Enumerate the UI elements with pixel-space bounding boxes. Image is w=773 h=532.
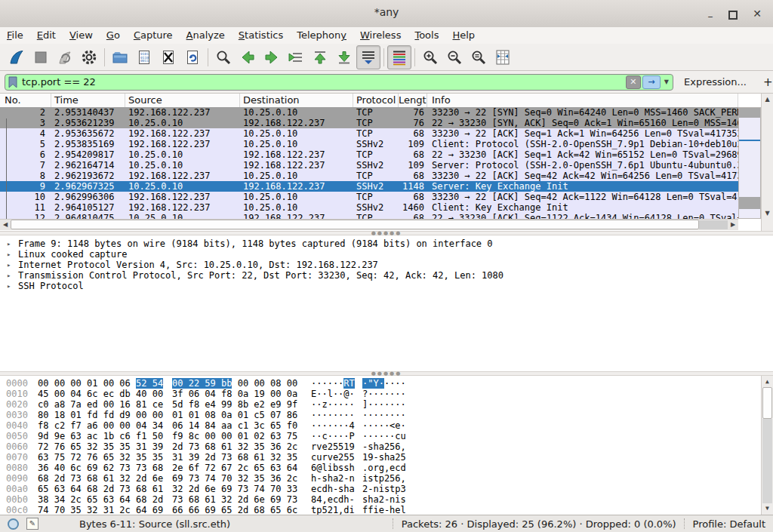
scroll-right-arrow[interactable]: ▶ <box>728 220 738 230</box>
auto-scroll-button[interactable] <box>356 45 380 69</box>
hex-row-0020[interactable]: 0020c0 a8 7a ed 00 16 81 ce5d f8 e4 99 8… <box>0 399 773 410</box>
column-header-info[interactable]: Info <box>427 94 738 107</box>
expert-info-icon[interactable] <box>8 518 19 530</box>
detail-line-0[interactable]: ▸Frame 9: 1148 bytes on wire (9184 bits)… <box>0 238 773 249</box>
hex-scroll-track[interactable] <box>762 419 772 503</box>
packet-row-8[interactable]: 82.962193672192.168.122.23710.25.0.10TCP… <box>0 171 738 181</box>
column-header-no[interactable]: No. <box>0 94 51 107</box>
hex-row-00a0[interactable]: 00a065 63 64 68 2d 73 68 6132 2d 6e 69 7… <box>0 484 773 494</box>
filter-clear-button[interactable]: ✕ <box>626 75 641 89</box>
go-back-button[interactable] <box>236 45 260 69</box>
save-file-button[interactable]: 010101100011 <box>132 45 156 69</box>
close-button[interactable]: ✕ <box>749 6 765 21</box>
horizontal-scroll-track[interactable] <box>699 220 728 229</box>
packet-row-6[interactable]: 62.95420981710.25.0.10192.168.122.237TCP… <box>0 149 738 160</box>
column-header-source[interactable]: Source <box>125 94 240 107</box>
open-file-button[interactable] <box>108 45 132 69</box>
expander-icon[interactable]: ▸ <box>7 281 11 291</box>
packet-row-10[interactable]: 102.962996306192.168.122.23710.25.0.10TC… <box>0 192 738 202</box>
filter-dropdown-caret[interactable]: ▼ <box>664 78 669 85</box>
display-filter-value[interactable]: tcp.port == 22 <box>22 76 626 88</box>
packet-row-11[interactable]: 112.964105127192.168.122.23710.25.0.10SS… <box>0 202 738 213</box>
detail-line-2[interactable]: ▸Internet Protocol Version 4, Src: 10.25… <box>0 260 773 270</box>
menu-item-edit[interactable]: Edit <box>30 27 63 44</box>
column-header-protocol[interactable]: Protocol <box>353 94 399 107</box>
hex-row-00c0[interactable]: 00c074 70 35 32 31 2c 64 6966 66 69 65 2… <box>0 505 773 515</box>
hex-row-0050[interactable]: 00509d 9e 63 ac 1b c6 f1 50f9 8c 00 00 0… <box>0 431 773 441</box>
hex-row-0090[interactable]: 009068 2d 73 68 61 32 2d 6e69 73 74 70 3… <box>0 473 773 484</box>
packet-row-5[interactable]: 52.953835169192.168.122.23710.25.0.10SSH… <box>0 139 738 149</box>
restart-capture-button[interactable] <box>53 45 77 69</box>
go-last-button[interactable] <box>332 45 356 69</box>
packet-row-12[interactable]: 122.96481047510.25.0.10192.168.122.237TC… <box>0 213 738 219</box>
hex-row-0030[interactable]: 003080 18 01 fd fd d9 00 0001 01 08 0a 0… <box>0 410 773 420</box>
go-to-packet-button[interactable] <box>284 45 308 69</box>
hex-vertical-scrollbar[interactable]: ▲ ▼ <box>761 376 773 515</box>
packet-list-vertical-scrollbar[interactable]: ▲ ▼ <box>761 94 773 231</box>
resize-columns-button[interactable] <box>491 45 515 69</box>
close-file-button[interactable] <box>156 45 180 69</box>
packet-row-3[interactable]: 32.95362123910.25.0.10192.168.122.237TCP… <box>0 118 738 128</box>
zoom-out-button[interactable] <box>442 45 467 69</box>
packet-list-horizontal-scrollbar[interactable]: ◀ ▶ <box>0 219 738 230</box>
menu-item-capture[interactable]: Capture <box>127 27 180 44</box>
hex-row-0040[interactable]: 0040f8 c2 f7 a6 00 00 04 3406 14 84 aa c… <box>0 420 773 431</box>
column-header-length[interactable]: Length <box>399 94 427 107</box>
menu-item-tools[interactable]: Tools <box>408 27 445 44</box>
expression-button[interactable]: Expression... <box>684 76 747 88</box>
scroll-down-arrow[interactable]: ▼ <box>762 503 773 514</box>
filter-apply-button[interactable]: → <box>642 75 661 89</box>
packet-row-9[interactable]: 92.96296732510.25.0.10192.168.122.237SSH… <box>0 181 738 192</box>
find-packet-button[interactable] <box>211 45 236 69</box>
menu-item-wireless[interactable]: Wireless <box>353 27 408 44</box>
hex-row-0070[interactable]: 007063 75 72 76 65 32 35 3531 39 2d 73 6… <box>0 452 773 463</box>
intelligent-scrollbar-minimap[interactable] <box>738 107 761 219</box>
hex-row-0010[interactable]: 001045 00 04 6c ec db 40 003f 06 04 f8 0… <box>0 389 773 399</box>
menu-item-go[interactable]: Go <box>100 27 127 44</box>
detail-line-1[interactable]: ▸Linux cooked capture <box>0 249 773 260</box>
scroll-up-arrow[interactable]: ▲ <box>762 377 773 387</box>
detail-line-3[interactable]: ▸Transmission Control Protocol, Src Port… <box>0 270 773 281</box>
stop-capture-button[interactable] <box>29 45 53 69</box>
reload-file-button[interactable] <box>180 45 205 69</box>
expander-icon[interactable]: ▸ <box>7 238 11 249</box>
hex-row-0080[interactable]: 008036 40 6c 69 62 73 73 682e 6f 72 67 2… <box>0 463 773 473</box>
title-bar[interactable]: *any – ✕ <box>0 0 773 28</box>
menu-item-view[interactable]: View <box>63 27 100 44</box>
colorize-button[interactable] <box>387 45 411 69</box>
hex-scroll-thumb[interactable] <box>762 387 772 419</box>
column-header-destination[interactable]: Destination <box>240 94 353 107</box>
menu-item-statistics[interactable]: Statistics <box>232 27 290 44</box>
detail-line-4[interactable]: ▸SSH Protocol <box>0 281 773 291</box>
packet-row-2[interactable]: 22.953140437192.168.122.23710.25.0.10TCP… <box>0 107 738 118</box>
expander-icon[interactable]: ▸ <box>7 260 11 270</box>
menu-item-telephony[interactable]: Telephony <box>290 27 353 44</box>
hex-row-0000[interactable]: 000000 00 00 01 00 06 52 5400 22 59 bb 0… <box>0 378 773 389</box>
menu-item-help[interactable]: Help <box>445 27 482 44</box>
minimize-button[interactable]: – <box>702 6 719 21</box>
maximize-button[interactable] <box>725 6 741 21</box>
go-forward-button[interactable] <box>260 45 284 69</box>
display-filter-input[interactable]: tcp.port == 22 ✕ → ▼ <box>5 74 673 91</box>
scroll-left-arrow[interactable]: ◀ <box>0 220 11 230</box>
status-profile[interactable]: Profile: Default <box>693 518 765 530</box>
zoom-in-button[interactable] <box>418 45 442 69</box>
capture-options-button[interactable] <box>77 45 101 69</box>
packet-row-4[interactable]: 42.953635672192.168.122.23710.25.0.10TCP… <box>0 128 738 139</box>
capture-comment-icon[interactable]: ✎ <box>26 518 38 530</box>
zoom-reset-button[interactable] <box>467 45 491 69</box>
bookmark-icon[interactable] <box>8 76 18 88</box>
menu-item-analyze[interactable]: Analyze <box>180 27 232 44</box>
expander-icon[interactable]: ▸ <box>7 270 11 281</box>
packet-row-7[interactable]: 72.96216471410.25.0.10192.168.122.237SSH… <box>0 160 738 171</box>
expander-icon[interactable]: ▸ <box>7 249 11 260</box>
start-capture-button[interactable] <box>5 45 29 69</box>
filter-add-button[interactable]: + <box>760 75 773 89</box>
scroll-down-arrow[interactable]: ▼ <box>762 208 773 219</box>
scroll-up-arrow[interactable]: ▲ <box>762 94 773 105</box>
hex-row-00b0[interactable]: 00b038 34 2c 65 63 64 68 2d73 68 61 32 2… <box>0 494 773 505</box>
horizontal-scroll-thumb[interactable] <box>11 220 699 229</box>
menu-item-file[interactable]: File <box>0 27 30 44</box>
go-first-button[interactable] <box>308 45 332 69</box>
column-header-time[interactable]: Time <box>51 94 125 107</box>
